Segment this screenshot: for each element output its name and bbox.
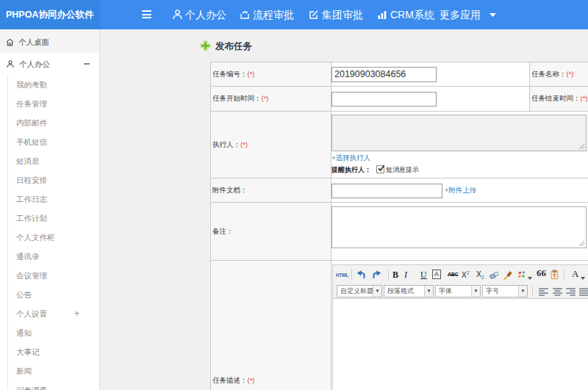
svg-text:T: T <box>553 272 556 279</box>
